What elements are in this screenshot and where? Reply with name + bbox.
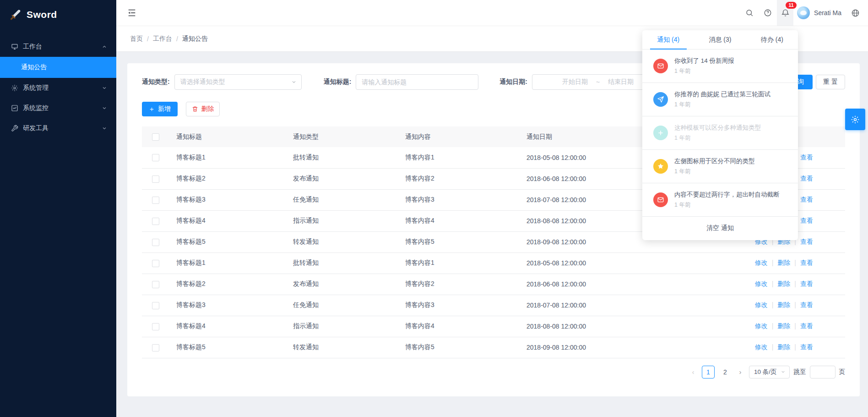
desktop-icon (11, 43, 18, 50)
notification-title: 内容不要超过两行字，超出时自动截断 (674, 191, 780, 199)
sidebar-item-system-monitor[interactable]: 系统监控 (0, 98, 116, 118)
notification-badge: 11 (786, 2, 797, 9)
notification-item[interactable]: 你推荐的 曲妮妮 已通过第三轮面试 1 年前 (642, 83, 798, 116)
row-action-delete[interactable]: 删除 (777, 322, 790, 329)
pagination: ‹ 1 2 › 10 条/页 跳至 页 (142, 366, 845, 379)
row-checkbox[interactable] (152, 323, 159, 330)
sidebar-item-workbench[interactable]: 工作台 (0, 37, 116, 57)
row-action-delete[interactable]: 删除 (777, 301, 790, 308)
tab-notifications[interactable]: 通知 (4) (642, 30, 694, 49)
row-action-delete[interactable]: 删除 (777, 280, 790, 287)
next-page-button[interactable]: › (736, 368, 745, 376)
search-icon[interactable] (740, 0, 759, 26)
notification-time: 1 年前 (674, 67, 734, 75)
plus-icon (653, 126, 668, 140)
row-checkbox[interactable] (152, 344, 159, 351)
row-action-view[interactable]: 查看 (800, 196, 813, 203)
prev-page-button[interactable]: ‹ (689, 368, 698, 376)
table-row: 博客标题2 发布通知 博客内容2 2018-06-08 12:00:00 修改|… (142, 274, 845, 295)
jump-to-input[interactable] (810, 366, 835, 379)
row-checkbox[interactable] (152, 239, 159, 246)
monitor-chart-icon (11, 104, 18, 112)
help-icon[interactable] (759, 0, 777, 26)
page-button-1[interactable]: 1 (702, 366, 715, 379)
cell-notice-type: 转发通知 (282, 337, 394, 358)
star-icon (653, 159, 668, 174)
sidebar-item-notice[interactable]: 通知公告 (0, 57, 116, 78)
sword-icon (9, 8, 22, 21)
cell-notice-date: 2018-07-08 12:00:00 (515, 295, 735, 316)
row-action-view[interactable]: 查看 (800, 217, 813, 224)
row-action-view[interactable]: 查看 (800, 259, 813, 266)
sidebar-item-system-admin[interactable]: 系统管理 (0, 78, 116, 98)
tab-messages[interactable]: 消息 (3) (694, 30, 746, 49)
notification-item[interactable]: 你收到了 14 份新周报 1 年前 (642, 49, 798, 83)
avatar (797, 6, 810, 19)
notice-type-select[interactable]: 请选择通知类型 (174, 74, 302, 90)
app-logo[interactable]: Sword (0, 0, 116, 29)
add-button[interactable]: 新增 (142, 102, 178, 116)
page-size-select[interactable]: 10 条/页 (749, 366, 790, 379)
cell-notice-type: 发布通知 (282, 168, 394, 189)
table-row: 博客标题1 批转通知 博客内容1 2018-05-08 12:00:00 修改|… (142, 252, 845, 274)
filter-date-label: 通知日期: (499, 78, 527, 86)
notice-title-input[interactable] (356, 75, 478, 89)
notification-title: 你收到了 14 份新周报 (674, 57, 734, 65)
row-checkbox[interactable] (152, 154, 159, 161)
topbar-actions: 11 Serati Ma (740, 0, 868, 26)
user-menu[interactable]: Serati Ma (797, 6, 841, 19)
notification-item[interactable]: 左侧图标用于区分不同的类型 1 年前 (642, 150, 798, 183)
row-action-edit[interactable]: 修改 (755, 301, 768, 308)
row-checkbox[interactable] (152, 281, 159, 288)
notification-item[interactable]: 这种模板可以区分多种通知类型 1 年前 (642, 116, 798, 150)
mail-icon (653, 59, 668, 73)
row-action-view[interactable]: 查看 (800, 343, 813, 351)
notification-item[interactable]: 内容不要超过两行字，超出时自动截断 1 年前 (642, 183, 798, 217)
delete-button[interactable]: 删除 (186, 102, 220, 116)
chevron-down-icon (102, 126, 107, 131)
clear-notifications-button[interactable]: 清空 通知 (642, 217, 798, 240)
row-checkbox[interactable] (152, 197, 159, 204)
select-all-checkbox[interactable] (152, 133, 159, 141)
cell-notice-title: 博客标题2 (165, 274, 282, 295)
row-action-edit[interactable]: 修改 (755, 280, 768, 287)
row-action-view[interactable]: 查看 (800, 280, 813, 287)
sidebar-menu: 工作台 通知公告 系统管理 系统监控 (0, 29, 116, 138)
settings-fab[interactable] (845, 109, 865, 130)
reset-button[interactable]: 重 置 (816, 75, 845, 89)
breadcrumb-workbench[interactable]: 工作台 (153, 35, 172, 43)
breadcrumb-separator: / (147, 35, 149, 43)
cell-notice-type: 指示通知 (282, 316, 394, 337)
notification-title: 这种模板可以区分多种通知类型 (674, 124, 761, 132)
row-checkbox[interactable] (152, 218, 159, 225)
row-action-view[interactable]: 查看 (800, 154, 813, 161)
row-action-delete[interactable]: 删除 (777, 259, 790, 266)
row-action-view[interactable]: 查看 (800, 175, 813, 182)
row-action-edit[interactable]: 修改 (755, 322, 768, 329)
topbar: 11 Serati Ma (116, 0, 868, 26)
sidebar-item-dev-tools[interactable]: 研发工具 (0, 118, 116, 138)
row-action-delete[interactable]: 删除 (777, 343, 790, 351)
page-button-2[interactable]: 2 (719, 366, 732, 379)
cell-notice-title: 博客标题2 (165, 168, 282, 189)
row-action-view[interactable]: 查看 (800, 301, 813, 308)
cell-notice-type: 转发通知 (282, 231, 394, 252)
action-separator: | (794, 343, 796, 351)
globe-icon[interactable] (846, 0, 864, 26)
row-action-edit[interactable]: 修改 (755, 259, 768, 266)
row-checkbox[interactable] (152, 260, 159, 267)
row-checkbox[interactable] (152, 176, 159, 183)
user-name: Serati Ma (814, 9, 841, 16)
filter-title-label: 通知标题: (324, 78, 352, 86)
row-checkbox[interactable] (152, 302, 159, 309)
breadcrumb-separator: / (176, 35, 178, 43)
row-action-view[interactable]: 查看 (800, 238, 813, 245)
cell-notice-content: 博客内容4 (394, 316, 515, 337)
row-action-edit[interactable]: 修改 (755, 343, 768, 351)
menu-fold-icon[interactable] (125, 6, 138, 19)
row-action-view[interactable]: 查看 (800, 322, 813, 329)
breadcrumb-home[interactable]: 首页 (130, 35, 143, 43)
delete-button-label: 删除 (201, 105, 214, 113)
notifications-bell[interactable]: 11 (777, 0, 793, 26)
tab-todos[interactable]: 待办 (4) (746, 30, 798, 49)
